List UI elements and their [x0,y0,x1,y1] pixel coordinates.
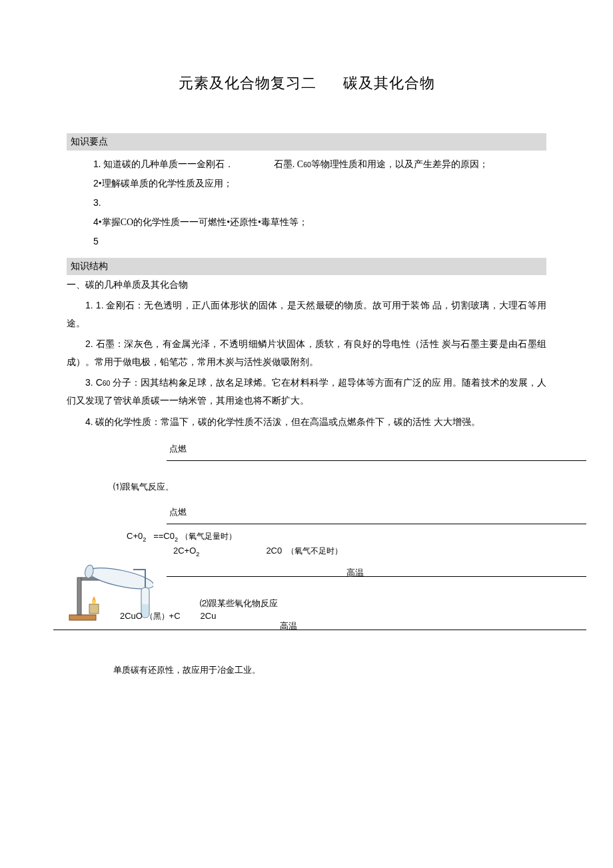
requirement-2: 2 •理解碳单质的化学性质及应用； [93,174,546,193]
requirement-4: 4•掌握CO的化学性质一一可燃性•还原性•毒草性等； [93,213,546,232]
rule-line-2 [167,524,586,524]
rule-line-1 [167,460,586,461]
paragraph-c60: 3. C60 分子：因其结构象足球，故名足球烯。它在材料科学，超导体等方面有广泛… [67,374,546,410]
final-note: 单质碳有还原性，故应用于冶金工业。 [113,664,546,676]
equation-block: C+02 ==C02 （氧气足量时） 2C+O22C0 （氧气不足时） 高温 ⑵… [67,531,546,638]
requirements-list: 1 . 知道碳的几种单质一一金刚石．石墨. C60等物理性质和用途，以及产生差异… [67,155,546,251]
title-right: 碳及其化合物 [343,75,435,91]
requirement-5: 5 [93,232,546,251]
svg-rect-7 [89,604,99,614]
paragraph-diamond: 1. 1. 金刚石：无色透明，正八面体形状的固体，是天然最硬的物质。故可用于装饰… [67,296,546,332]
equation-1: C+02 ==C02 （氧气足量时） [127,531,237,543]
requirement-1: 1 . 知道碳的几种单质一一金刚石．石墨. C60等物理性质和用途，以及产生差异… [93,155,546,174]
paragraph-graphite: 2. 石墨：深灰色，有金属光泽，不透明细鳞片状固体，质软，有良好的导电性（活性 … [67,335,546,371]
section-header-structure: 知识结构 [67,258,546,275]
rule-line-4 [53,630,586,630]
equation-3: 2CuO （黑）+C2Cu [120,611,216,622]
condition-label-ignite-2: 点燃 [167,506,546,518]
condition-label-ignite-1: 点燃 [167,443,546,455]
paragraph-chemical-properties: 4. 碳的化学性质：常温下，碳的化学性质不活泼，但在高温或点燃条件下，碳的活性 … [67,413,546,432]
rule-line-3 [167,576,586,577]
condition-label-high-temp-1: 高温 [346,567,364,579]
svg-rect-0 [69,615,96,620]
condition-label-high-temp-2: 高温 [280,620,297,632]
page-title: 元素及化合物复习二碳及其化合物 [67,73,546,93]
svg-rect-1 [77,578,81,615]
subheading-allotropes: 一、碳的几种单质及其化合物 [67,279,546,291]
reaction-1-title: ⑴跟氧气反应。 [113,481,546,493]
section-header-requirements: 知识要点 [67,133,546,151]
requirement-3: 3. [93,193,546,213]
title-left: 元素及化合物复习二 [179,75,316,91]
equation-2: 2C+O22C0 （氧气不足时） [173,546,342,558]
reaction-2-title: ⑵跟某些氧化物反应 [200,598,278,610]
